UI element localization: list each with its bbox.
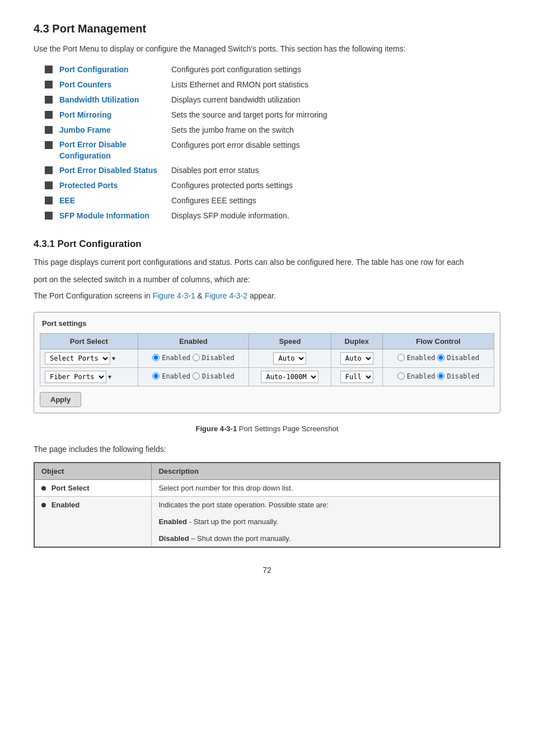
- figure-link-1[interactable]: Figure 4-3-1: [152, 291, 195, 300]
- duplex-cell-row2: Full: [331, 368, 383, 386]
- disabled-label-row2: Disabled: [202, 372, 235, 380]
- flow-enabled-radio-row1[interactable]: [397, 354, 405, 361]
- figure-link-2[interactable]: Figure 4-3-2: [205, 291, 247, 300]
- speed-dropdown-row1[interactable]: Auto: [273, 352, 306, 365]
- col-header-duplex: Duplex: [331, 334, 383, 349]
- speed-cell-row1: Auto: [249, 349, 331, 368]
- flow-enabled-label-row2: Enabled: [407, 372, 435, 380]
- port-settings-title: Port settings: [40, 318, 494, 329]
- list-bullet: [45, 66, 53, 73]
- list-item: Jumbo Frame Sets the jumbo frame on the …: [45, 124, 500, 136]
- enabled-label-row2: Enabled: [162, 372, 190, 380]
- duplex-dropdown-row1[interactable]: Auto: [340, 352, 373, 365]
- item-desc: Configures port configuration settings: [171, 64, 301, 76]
- col-header-flow-control: Flow Control: [383, 334, 494, 349]
- table-row: Select Ports ▾ Enabled Disabled Auto: [40, 349, 494, 368]
- item-desc: Disables port error status: [171, 165, 259, 176]
- duplex-dropdown-row2[interactable]: Full: [340, 371, 373, 383]
- list-item: EEE Configures EEE settings: [45, 195, 500, 207]
- table-row: Fiber Ports ▾ Enabled Disabled Auto-1000…: [40, 368, 494, 386]
- flow-control-radio-group-row1: Enabled Disabled: [397, 354, 479, 362]
- dropdown-arrow-icon: ▾: [112, 354, 115, 362]
- flow-control-radio-group-row2: Enabled Disabled: [397, 372, 479, 380]
- apply-button[interactable]: Apply: [40, 392, 81, 407]
- section-heading: 4.3.1 Port Configuration: [34, 239, 500, 250]
- list-item: Port Mirroring Sets the source and targe…: [45, 109, 500, 121]
- intro-text: Use the Port Menu to display or configur…: [34, 43, 500, 55]
- obj-enabled: Enabled: [34, 496, 152, 547]
- item-desc: Displays SFP module information.: [171, 210, 289, 222]
- list-bullet: [45, 81, 53, 88]
- flow-disabled-radio-row1[interactable]: [437, 354, 444, 361]
- enabled-radio-group-row2: Enabled Disabled: [152, 372, 234, 380]
- item-name: Port Counters: [59, 79, 171, 91]
- figure-caption: Figure 4-3-1 Port Settings Page Screensh…: [34, 423, 500, 435]
- item-name: Protected Ports: [59, 180, 171, 192]
- fields-intro: The page includes the following fields:: [34, 444, 500, 455]
- desc-enabled-intro: Indicates the port state operation. Poss…: [158, 501, 329, 509]
- list-bullet: [45, 181, 53, 189]
- flow-enabled-radio-row2[interactable]: [397, 372, 405, 380]
- desc-col-object: Object: [34, 463, 152, 480]
- disabled-radio-row1[interactable]: [193, 354, 200, 361]
- list-item: Port Configuration Configures port confi…: [45, 64, 500, 76]
- list-item: Port Error DisableConfiguration Configur…: [45, 139, 500, 161]
- item-name: SFP Module Information: [59, 210, 171, 222]
- desc-enabled: Indicates the port state operation. Poss…: [152, 496, 500, 547]
- desc-port-select: Select port number for this drop down li…: [152, 479, 500, 496]
- enabled-radio-row2[interactable]: [152, 372, 160, 380]
- item-desc: Configures protected ports settings: [171, 180, 293, 192]
- item-desc: Displays current bandwidth utilization: [171, 94, 300, 106]
- desc-col-description: Description: [152, 463, 500, 480]
- enabled-cell-row2: Enabled Disabled: [138, 368, 249, 386]
- duplex-cell-row1: Auto: [331, 349, 383, 368]
- disabled-radio-row2[interactable]: [193, 372, 200, 380]
- item-name: EEE: [59, 195, 171, 207]
- enabled-radio-group-row1: Enabled Disabled: [152, 354, 234, 362]
- enabled-radio-row1[interactable]: [152, 354, 160, 361]
- col-header-port-select: Port Select: [40, 334, 138, 349]
- bullet-icon: [41, 486, 46, 491]
- item-name: Jumbo Frame: [59, 124, 171, 136]
- section-desc2: port on the selected switch in a number …: [34, 274, 500, 286]
- section-desc3-post: appear.: [247, 291, 276, 300]
- item-name: Port Error Disabled Status: [59, 165, 171, 176]
- col-header-enabled: Enabled: [138, 334, 249, 349]
- enabled-cell-row1: Enabled Disabled: [138, 349, 249, 368]
- list-bullet: [45, 126, 53, 134]
- list-bullet: [45, 212, 53, 220]
- col-header-speed: Speed: [249, 334, 331, 349]
- flow-disabled-radio-row2[interactable]: [437, 372, 444, 380]
- desc-disabled-bold: Disabled – Shut down the port manually.: [158, 534, 291, 543]
- table-row: Port Select Select port number for this …: [34, 479, 500, 496]
- flow-disabled-label-row2: Disabled: [447, 372, 479, 380]
- table-row: Enabled Indicates the port state operati…: [34, 496, 500, 547]
- flow-control-cell-row1: Enabled Disabled: [383, 349, 494, 368]
- list-bullet: [45, 197, 53, 204]
- item-name: Port Error DisableConfiguration: [59, 139, 171, 161]
- item-desc: Configures EEE settings: [171, 195, 256, 207]
- port-settings-box: Port settings Port Select Enabled Speed …: [34, 312, 500, 413]
- speed-dropdown-row2[interactable]: Auto-1000M: [261, 371, 318, 383]
- obj-enabled-label: Enabled: [51, 501, 80, 509]
- bullet-icon: [41, 503, 46, 507]
- enabled-label-row1: Enabled: [162, 354, 190, 362]
- section-desc3: The Port Configuration screens in Figure…: [34, 290, 500, 302]
- list-item: Port Error Disabled Status Disables port…: [45, 165, 500, 176]
- list-bullet: [45, 141, 53, 149]
- flow-control-cell-row2: Enabled Disabled: [383, 368, 494, 386]
- list-item: Protected Ports Configures protected por…: [45, 180, 500, 192]
- list-item: Bandwidth Utilization Displays current b…: [45, 94, 500, 106]
- section-desc1: This page displays current port configur…: [34, 256, 500, 268]
- disabled-label-row1: Disabled: [202, 354, 235, 362]
- section-desc3-mid: &: [195, 291, 205, 300]
- select-ports-dropdown[interactable]: Select Ports: [45, 352, 110, 365]
- list-item: Port Counters Lists Ethernet and RMON po…: [45, 79, 500, 91]
- port-settings-table: Port Select Enabled Speed Duplex Flow Co…: [40, 333, 494, 386]
- item-desc: Lists Ethernet and RMON port statistics: [171, 79, 308, 91]
- fiber-ports-dropdown[interactable]: Fiber Ports: [45, 371, 106, 383]
- section-desc3-pre: The Port Configuration screens in: [34, 291, 152, 300]
- desc-enabled-bold: Enabled - Start up the port manually.: [158, 517, 278, 526]
- list-bullet: [45, 96, 53, 104]
- dropdown-arrow-icon: ▾: [108, 373, 111, 381]
